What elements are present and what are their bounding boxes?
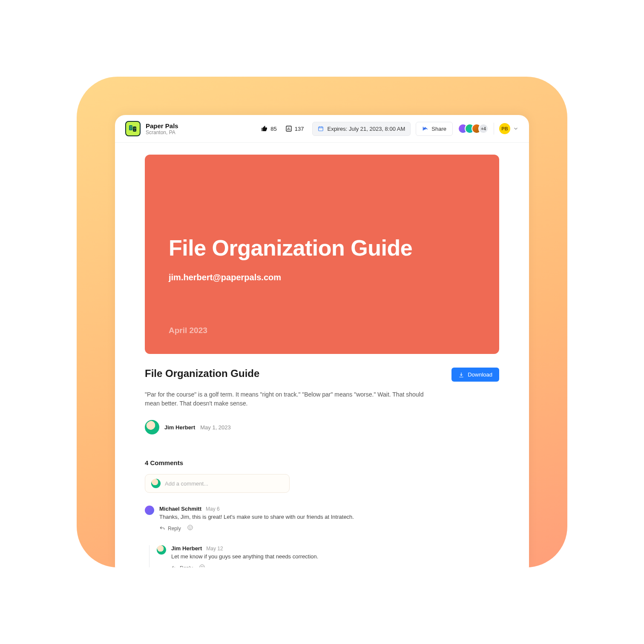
- thumbs-up-icon: [261, 125, 268, 132]
- chevron-down-icon: [513, 126, 519, 132]
- comments-heading: 4 Comments: [145, 459, 499, 466]
- likes-stat[interactable]: 85: [261, 125, 276, 132]
- chart-icon: [285, 125, 292, 132]
- download-icon: [458, 372, 464, 378]
- download-label: Download: [468, 371, 492, 378]
- hero-subtitle: jim.herbert@paperpals.com: [169, 273, 475, 282]
- author-row: Jim Herbert May 1, 2023: [145, 420, 499, 434]
- profile-avatar: PB: [499, 123, 510, 134]
- views-stat[interactable]: 137: [285, 125, 304, 132]
- document-hero: File Organization Guide jim.herbert@pape…: [145, 155, 499, 354]
- emoji-react-button[interactable]: [199, 564, 205, 567]
- commenter-avatar: [145, 506, 154, 515]
- emoji-react-button[interactable]: [187, 524, 193, 532]
- background-frame: Paper Pals Scranton, PA 85 137 Expires: …: [77, 77, 567, 567]
- hero-title: File Organization Guide: [169, 235, 475, 261]
- hero-date: April 2023: [169, 326, 207, 335]
- org-location: Scranton, PA: [146, 129, 178, 135]
- svg-point-12: [201, 566, 201, 567]
- svg-point-4: [134, 128, 135, 129]
- svg-rect-0: [129, 125, 132, 130]
- author-avatar: [145, 420, 159, 434]
- org-info: Paper Pals Scranton, PA: [146, 122, 178, 135]
- document-header-row: File Organization Guide Download: [145, 368, 499, 382]
- svg-point-2: [130, 126, 131, 127]
- reply-icon: [159, 526, 165, 532]
- share-button[interactable]: Share: [416, 122, 453, 136]
- smile-icon: [199, 564, 205, 567]
- org-name: Paper Pals: [146, 122, 178, 129]
- comment-date: May 6: [206, 506, 220, 512]
- svg-point-11: [200, 565, 204, 567]
- share-label: Share: [431, 126, 446, 132]
- profile-menu[interactable]: PB: [499, 123, 519, 134]
- reply-button[interactable]: Reply: [171, 565, 193, 568]
- svg-point-3: [131, 126, 132, 127]
- more-collaborators: +4: [478, 124, 489, 134]
- commenter-avatar: [157, 545, 166, 555]
- comment-input[interactable]: Add a comment...: [145, 474, 290, 493]
- app-window: Paper Pals Scranton, PA 85 137 Expires: …: [115, 115, 529, 567]
- svg-rect-1: [133, 126, 136, 132]
- author-name: Jim Herbert: [164, 424, 195, 431]
- download-button[interactable]: Download: [451, 368, 499, 382]
- reply-label: Reply: [180, 565, 193, 568]
- svg-point-9: [189, 527, 190, 527]
- comment-date: May 12: [206, 546, 223, 552]
- commenter-name: Michael Schmitt: [159, 506, 201, 512]
- current-user-avatar: [151, 479, 161, 488]
- views-count: 137: [295, 126, 304, 132]
- author-date: May 1, 2023: [200, 424, 231, 431]
- commenter-name: Jim Herbert: [171, 545, 202, 552]
- reply-button[interactable]: Reply: [159, 526, 181, 532]
- comment-text: Let me know if you guys see anything tha…: [171, 553, 318, 560]
- share-icon: [422, 126, 428, 132]
- svg-point-8: [188, 525, 193, 530]
- document-title: File Organization Guide: [145, 368, 259, 380]
- svg-point-5: [135, 128, 136, 129]
- expires-label: Expires: July 21, 2023, 8:00 AM: [327, 126, 405, 132]
- svg-point-10: [190, 527, 191, 527]
- header-bar: Paper Pals Scranton, PA 85 137 Expires: …: [115, 115, 529, 143]
- comment-item: Jim Herbert May 12 Let me know if you gu…: [157, 545, 499, 567]
- expires-pill[interactable]: Expires: July 21, 2023, 8:00 AM: [312, 122, 411, 136]
- org-logo[interactable]: [125, 121, 141, 136]
- content-body: File Organization Guide jim.herbert@pape…: [115, 143, 529, 567]
- likes-count: 85: [270, 126, 276, 132]
- avatar-stack[interactable]: +4: [458, 124, 489, 134]
- comment-text: Thanks, Jim, this is great! Let's make s…: [159, 514, 354, 520]
- svg-rect-7: [319, 127, 323, 131]
- document-description: "Par for the course" is a golf term. It …: [145, 390, 434, 408]
- calendar-icon: [318, 126, 324, 132]
- divider: [494, 123, 494, 135]
- comment-item: Michael Schmitt May 6 Thanks, Jim, this …: [145, 506, 499, 532]
- comment-placeholder: Add a comment...: [165, 480, 208, 487]
- theater-masks-icon: [128, 124, 138, 134]
- smile-icon: [187, 524, 193, 531]
- svg-point-13: [202, 566, 203, 567]
- reply-label: Reply: [168, 526, 181, 532]
- reply-icon: [171, 565, 177, 568]
